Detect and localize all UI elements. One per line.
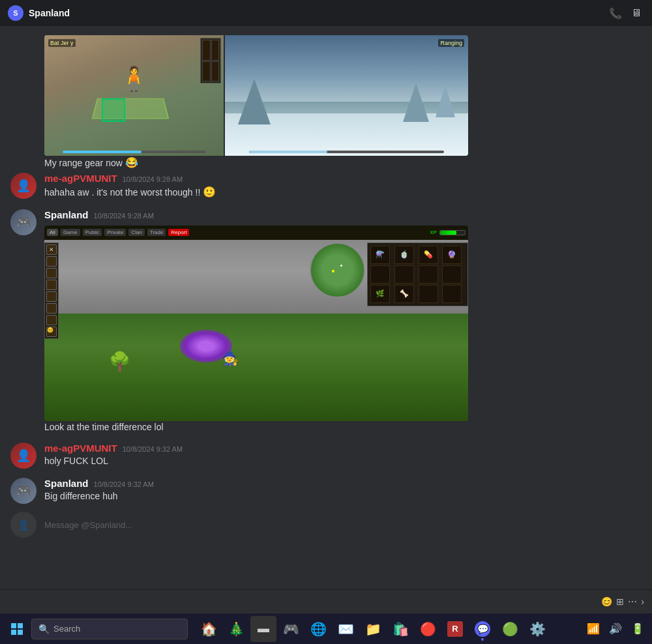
message-text: My range gear now 😂 [44, 156, 642, 170]
username-me-2: me-agPVMUNIT [44, 443, 117, 454]
timestamp-4: 10/8/2024 9:32 AM [123, 445, 183, 453]
network-icon[interactable]: 📶 [584, 620, 602, 638]
taskbar-app-home[interactable]: 🏠 [196, 616, 222, 642]
message-header-3: Spanland 10/8/2024 9:28 AM [44, 209, 642, 220]
message-group-5: 🎮 Spanland 10/8/2024 9:32 AM Big differe… [10, 475, 642, 506]
game-screenshot-left: 🧍 Bat Jer y [44, 35, 224, 156]
grid-icon[interactable]: ⊞ [616, 596, 624, 607]
timestamp-3: 10/8/2024 9:28 AM [94, 212, 154, 220]
title-bar-actions: 📞 🖥 [608, 5, 644, 21]
channel-name: Spanland [29, 8, 70, 18]
message-group: 🧍 Bat Jer y [10, 31, 642, 170]
message-header-4: me-agPVMUNIT 10/8/2024 9:32 AM [44, 443, 642, 454]
taskbar-app-edge[interactable]: 🌐 [305, 616, 331, 642]
avatar-spanland-2: 🎮 [10, 478, 37, 504]
game-screenshot-right: Ranging [225, 35, 468, 156]
partial-text: Message @Spanland... [44, 520, 132, 530]
more-icon[interactable]: ⋯ [628, 596, 637, 607]
call-icon[interactable]: 📞 [608, 5, 623, 21]
message-content-2: me-agPVMUNIT 10/8/2024 9:28 AM hahaha aw… [44, 173, 642, 199]
taskbar-app-spotify[interactable]: 🟢 [497, 616, 523, 642]
taskbar-app-mail[interactable]: ✉️ [333, 616, 359, 642]
message-toolbar: 😊 ⊞ ⋯ › [0, 589, 652, 613]
taskbar: 🔍 Search 🏠 🎄 ▬ 🎮 🌐 ✉️ 📁 🛍️ 🔴 R 💬 🟢 ⚙️ 📶 … [0, 613, 652, 644]
game-screenshot-single: All Game Public Private Clan Trade Repor… [44, 226, 468, 421]
windows-start-button[interactable] [5, 617, 29, 641]
message-text-2: hahaha aw . it's not the worst though !!… [44, 185, 642, 199]
taskbar-app-seasonal[interactable]: 🎄 [223, 616, 249, 642]
message-group-3: 🎮 Spanland 10/8/2024 9:28 AM All Game Pu… [10, 207, 642, 437]
taskbar-app-files[interactable]: ▬ [250, 616, 276, 642]
avatar-spanland: 🎮 [10, 209, 37, 235]
rs-screenshot: All Game Public Private Clan Trade Repor… [44, 226, 468, 421]
emoji-icon[interactable]: 😊 [601, 596, 612, 607]
avatar-me: 👤 [10, 173, 37, 199]
search-placeholder: Search [53, 624, 80, 634]
timestamp-5: 10/8/2024 9:32 AM [94, 480, 154, 488]
chat-area: 🧍 Bat Jer y [0, 26, 652, 589]
taskbar-app-settings[interactable]: ⚙️ [524, 616, 550, 642]
message-group-4: 👤 me-agPVMUNIT 10/8/2024 9:32 AM holy FU… [10, 440, 642, 471]
channel-avatar: S [8, 5, 23, 21]
taskbar-right: 📶 🔊 🔋 [584, 620, 647, 638]
svg-rect-2 [11, 630, 16, 635]
taskbar-app-discord[interactable]: 💬 [469, 616, 496, 642]
partial-avatar: 👤 [10, 512, 37, 538]
username-spanland-3: Spanland [44, 209, 89, 220]
svg-rect-0 [11, 623, 16, 628]
chevron-right-icon[interactable]: › [641, 596, 644, 607]
message-text-3: Look at the time difference lol [44, 421, 642, 434]
avatar-me-2: 👤 [10, 443, 37, 469]
screen-icon[interactable]: 🖥 [629, 5, 644, 21]
volume-icon[interactable]: 🔊 [606, 620, 625, 638]
username-spanland-5: Spanland [44, 478, 89, 489]
search-icon: 🔍 [38, 624, 50, 634]
message-content-5: Spanland 10/8/2024 9:32 AM Big differenc… [44, 478, 642, 504]
svg-rect-3 [18, 630, 23, 635]
message-group-2: 👤 me-agPVMUNIT 10/8/2024 9:28 AM hahaha … [10, 170, 642, 202]
taskbar-search[interactable]: 🔍 Search [31, 619, 188, 639]
taskbar-app-explorer[interactable]: 📁 [360, 616, 386, 642]
svg-rect-1 [18, 623, 23, 628]
message-content-4: me-agPVMUNIT 10/8/2024 9:32 AM holy FUCK… [44, 443, 642, 469]
taskbar-app-chrome[interactable]: 🔴 [415, 616, 441, 642]
message-header-5: Spanland 10/8/2024 9:32 AM [44, 478, 642, 489]
taskbar-app-gaming[interactable]: 🎮 [278, 616, 304, 642]
taskbar-apps: 🏠 🎄 ▬ 🎮 🌐 ✉️ 📁 🛍️ 🔴 R 💬 🟢 ⚙️ [196, 616, 582, 642]
taskbar-app-game2[interactable]: R [442, 616, 468, 642]
taskbar-app-store[interactable]: 🛍️ [387, 616, 413, 642]
message-text-4: holy FUCK LOL [44, 455, 642, 468]
battery-icon[interactable]: 🔋 [629, 620, 647, 638]
message-content-3: Spanland 10/8/2024 9:28 AM All Game Publ… [44, 209, 642, 434]
timestamp-2: 10/8/2024 9:28 AM [123, 175, 183, 183]
message-text-5: Big difference huh [44, 490, 642, 503]
game-image-double: 🧍 Bat Jer y [44, 35, 468, 156]
title-bar: S Spanland 📞 🖥 [0, 0, 652, 26]
title-bar-left: S Spanland [8, 5, 70, 21]
message-header-2: me-agPVMUNIT 10/8/2024 9:28 AM [44, 173, 642, 184]
partial-message: 👤 Message @Spanland... [10, 510, 642, 539]
username-me: me-agPVMUNIT [44, 173, 117, 184]
